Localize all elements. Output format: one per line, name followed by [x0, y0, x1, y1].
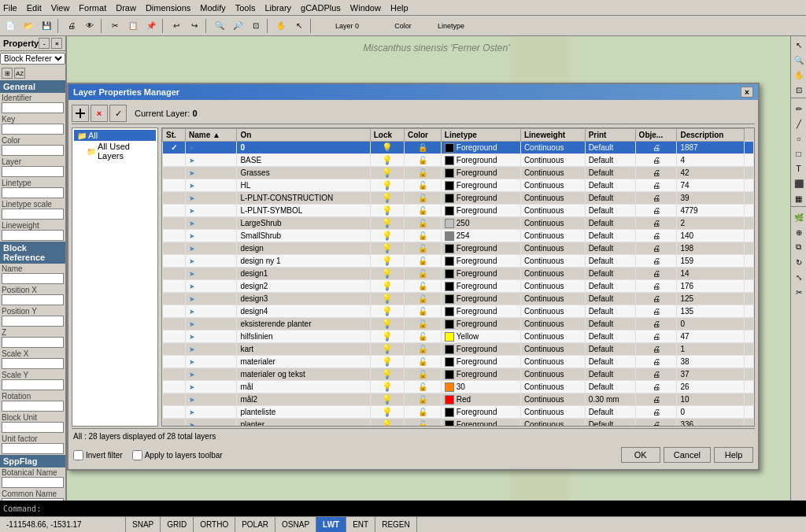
cell-print[interactable]: 🖨 — [635, 381, 677, 393]
cell-lineweight[interactable]: Default — [585, 230, 635, 242]
cell-on[interactable]: 💡 — [370, 192, 404, 205]
table-row[interactable]: ➤mål💡🔓30ContinuousDefault🖨26 — [163, 381, 754, 393]
cell-print[interactable]: 🖨 — [635, 142, 677, 154]
cell-color[interactable]: Foreground — [441, 419, 520, 427]
zoom-fit-button[interactable]: ⊡ — [247, 17, 264, 35]
cell-color[interactable]: Foreground — [441, 167, 520, 179]
table-row[interactable]: ➤design💡🔓ForegroundContinuousDefault🖨198 — [163, 242, 754, 255]
cell-color[interactable]: Foreground — [441, 255, 520, 268]
table-row[interactable]: ➤materialer og tekst💡🔓ForegroundContinuo… — [163, 368, 754, 381]
cell-lineweight[interactable]: Default — [585, 305, 635, 318]
cell-lineweight[interactable]: Default — [585, 268, 635, 280]
cell-color[interactable]: Foreground — [441, 154, 520, 167]
menu-view[interactable]: View — [51, 3, 70, 13]
rt-text-btn[interactable]: T — [792, 161, 806, 175]
invert-filter-checkbox[interactable] — [73, 450, 83, 460]
cell-on[interactable]: 💡 — [370, 179, 404, 192]
cell-lock[interactable]: 🔓 — [404, 305, 441, 318]
cell-name[interactable]: 0 — [237, 142, 370, 154]
cell-linetype[interactable]: Continuous — [520, 318, 585, 331]
cell-print[interactable]: 🖨 — [635, 393, 677, 406]
table-row[interactable]: ➤design4💡🔓ForegroundContinuousDefault🖨13… — [163, 305, 754, 318]
cell-name[interactable]: design — [237, 242, 370, 255]
cell-lock[interactable]: 🔓 — [404, 142, 441, 154]
cell-color[interactable]: 254 — [441, 230, 520, 242]
cell-on[interactable]: 💡 — [370, 393, 404, 406]
cell-lock[interactable]: 🔓 — [404, 242, 441, 255]
dialog-close-button[interactable]: × — [741, 87, 753, 98]
cell-lineweight[interactable]: Default — [585, 242, 635, 255]
menu-help[interactable]: Help — [390, 3, 409, 13]
cell-lock[interactable]: 🔓 — [404, 154, 441, 167]
table-row[interactable]: ➤hilfslinien💡🔓YellowContinuousDefault🖨47 — [163, 331, 754, 343]
cell-name[interactable]: design2 — [237, 280, 370, 293]
rt-rotate-btn[interactable]: ↻ — [792, 255, 806, 269]
cell-on[interactable]: 💡 — [370, 217, 404, 230]
apply-toolbar-label[interactable]: Apply to layers toolbar — [132, 450, 223, 460]
new-button[interactable]: 📄 — [2, 17, 19, 35]
cell-name[interactable]: BASE — [237, 154, 370, 167]
cell-lock[interactable]: 🔓 — [404, 255, 441, 268]
linetype-button[interactable]: Linetype — [427, 17, 475, 35]
cell-print[interactable]: 🖨 — [635, 356, 677, 368]
cell-print[interactable]: 🖨 — [635, 167, 677, 179]
cell-lock[interactable]: 🔓 — [404, 230, 441, 242]
table-row[interactable]: ➤design ny 1💡🔓ForegroundContinuousDefaul… — [163, 255, 754, 268]
cell-linetype[interactable]: Continuous — [520, 255, 585, 268]
table-row[interactable]: ➤SmallShrub💡🔓254ContinuousDefault🖨140 — [163, 230, 754, 242]
layer-properties-dialog[interactable]: Layer Properties Manager × × ✓ Current L… — [67, 83, 760, 471]
cell-lock[interactable]: 🔓 — [404, 331, 441, 343]
paste-button[interactable]: 📌 — [142, 17, 160, 35]
table-row[interactable]: ➤L-PLNT-SYMBOL💡🔓ForegroundContinuousDefa… — [163, 205, 754, 217]
polar-button[interactable]: POLAR — [235, 517, 275, 532]
cell-print[interactable]: 🖨 — [635, 343, 677, 356]
table-row[interactable]: ✓➤0💡🔓ForegroundContinuousDefault🖨1887 — [163, 142, 754, 154]
cell-lineweight[interactable]: Default — [585, 179, 635, 192]
cell-color[interactable]: Foreground — [441, 280, 520, 293]
cell-linetype[interactable]: Continuous — [520, 268, 585, 280]
rt-pan-btn[interactable]: ✋ — [792, 68, 806, 82]
cell-on[interactable]: 💡 — [370, 368, 404, 381]
block-ref-select[interactable]: Block Reference — [0, 53, 65, 65]
menu-format[interactable]: Format — [79, 3, 106, 13]
cell-linetype[interactable]: Continuous — [520, 230, 585, 242]
cell-linetype[interactable]: Continuous — [520, 205, 585, 217]
cell-print[interactable]: 🖨 — [635, 406, 677, 419]
cell-lineweight[interactable]: Default — [585, 343, 635, 356]
cell-linetype[interactable]: Continuous — [520, 356, 585, 368]
cell-print[interactable]: 🖨 — [635, 192, 677, 205]
cell-on[interactable]: 💡 — [370, 343, 404, 356]
col-lineweight[interactable]: Lineweight — [520, 129, 585, 142]
rt-draw-btn[interactable]: ✏ — [792, 102, 806, 116]
cell-linetype[interactable]: Continuous — [520, 406, 585, 419]
cell-lock[interactable]: 🔓 — [404, 192, 441, 205]
lwt-button[interactable]: LWT — [316, 517, 346, 532]
cell-color[interactable]: Foreground — [441, 356, 520, 368]
cell-lock[interactable]: 🔓 — [404, 318, 441, 331]
table-row[interactable]: ➤LargeShrub💡🔓250ContinuousDefault🖨2 — [163, 217, 754, 230]
ortho-button[interactable]: ORTHO — [194, 517, 235, 532]
cell-name[interactable]: HL — [237, 179, 370, 192]
cell-lock[interactable]: 🔓 — [404, 268, 441, 280]
redo-button[interactable]: ↪ — [186, 17, 203, 35]
col-on[interactable]: On — [237, 129, 370, 142]
cell-name[interactable]: SmallShrub — [237, 230, 370, 242]
cell-color[interactable]: Foreground — [441, 318, 520, 331]
cell-on[interactable]: 💡 — [370, 305, 404, 318]
cell-name[interactable]: mål2 — [237, 393, 370, 406]
cell-lock[interactable]: 🔓 — [404, 343, 441, 356]
rt-trim-btn[interactable]: ✂ — [792, 285, 806, 299]
cell-print[interactable]: 🖨 — [635, 205, 677, 217]
cell-name[interactable]: design ny 1 — [237, 255, 370, 268]
table-row[interactable]: ➤eksisterende planter💡🔓ForegroundContinu… — [163, 318, 754, 331]
cell-color[interactable]: Foreground — [441, 242, 520, 255]
cell-color[interactable]: Foreground — [441, 343, 520, 356]
cell-on[interactable]: 💡 — [370, 381, 404, 393]
cell-print[interactable]: 🖨 — [635, 318, 677, 331]
zoom-in-button[interactable]: 🔍 — [211, 17, 228, 35]
osnap-button[interactable]: OSNAP — [275, 517, 316, 532]
cancel-button[interactable]: Cancel — [664, 447, 711, 463]
cell-print[interactable]: 🖨 — [635, 217, 677, 230]
cell-linetype[interactable]: Continuous — [520, 154, 585, 167]
cell-print[interactable]: 🖨 — [635, 368, 677, 381]
